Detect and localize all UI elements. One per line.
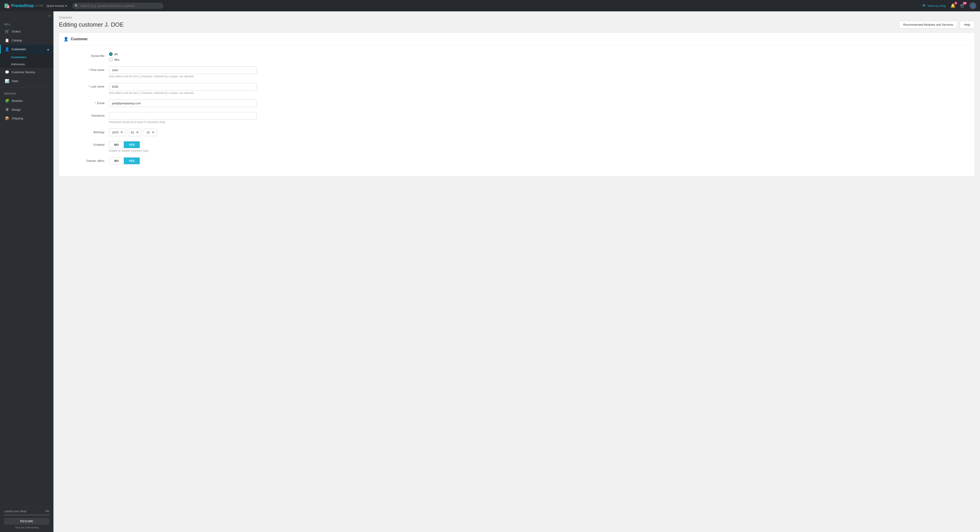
sidebar-sub-item-addresses[interactable]: Addresses <box>0 61 54 68</box>
sidebar: « SELL 🛒 Orders 📋 Catalog 👤 Customers ▲ … <box>0 11 54 185</box>
enabled-toggle: NO YES <box>109 141 140 148</box>
recommended-modules-button[interactable]: Recommended Modules and Services <box>899 21 958 29</box>
quick-access-label: Quick Access <box>47 4 64 8</box>
sidebar-sub-item-customers[interactable]: Customers <box>0 54 54 61</box>
firstname-input[interactable] <box>109 67 257 74</box>
lastname-help: Only letters and the dot (.) character, … <box>109 91 257 95</box>
radio-mrs-label: Mrs. <box>115 58 120 61</box>
customer-form-card: 👤 Customer Social title Mr. <box>59 33 975 176</box>
logo: 🛍️ PrestaShop 1.7.7.5 <box>4 3 43 9</box>
radio-mrs-input[interactable] <box>109 58 113 61</box>
user-avatar[interactable]: 👤 <box>969 2 976 9</box>
partner-offers-label: Partner offers <box>64 157 109 162</box>
social-title-label: Social title <box>64 52 109 57</box>
birthday-selects: 1970 1969 1968 1971 1972 01 02 03 04 <box>109 129 257 136</box>
page-title: Editing customer J. DOE <box>59 21 124 28</box>
search-input[interactable] <box>72 3 163 9</box>
partner-offers-group: Partner offers NO YES <box>64 157 970 164</box>
radio-mrs[interactable]: Mrs. <box>109 58 257 61</box>
birthday-year-select[interactable]: 1970 1969 1968 1971 1972 <box>109 129 126 136</box>
card-header-title: Customer <box>71 37 88 41</box>
card-body: Social title Mr. Mrs. <box>59 46 975 176</box>
search-icon: 🔍 <box>75 4 78 8</box>
password-label-text: Password <box>91 114 104 117</box>
orders-icon: 🛒 <box>5 29 10 33</box>
topnav: 🛍️ PrestaShop 1.7.7.5 Quick Access ▾ 🔍 👁… <box>0 0 980 11</box>
enabled-group: Enabled NO YES Enable or disable custome… <box>64 141 970 152</box>
sidebar-item-catalog[interactable]: 📋 Catalog <box>0 36 54 45</box>
sidebar-collapse: « <box>0 11 54 20</box>
lastname-control: Only letters and the dot (.) character, … <box>109 83 257 95</box>
sidebar-item-orders[interactable]: 🛒 Orders <box>0 27 54 36</box>
sidebar-item-modules[interactable]: 🧩 Modules <box>0 96 54 105</box>
radio-mr[interactable]: Mr. <box>109 52 257 56</box>
topnav-right: 👁 View my shop 🔔 7 🛒 13 👤 <box>922 2 976 9</box>
quick-access-button[interactable]: Quick Access ▾ <box>47 4 67 8</box>
birthday-day-select[interactable]: 15 01 02 03 04 <box>143 129 157 136</box>
layout: « SELL 🛒 Orders 📋 Catalog 👤 Customers ▲ … <box>0 11 980 185</box>
catalog-icon: 📋 <box>5 38 10 43</box>
chevron-down-icon: ▾ <box>65 4 67 8</box>
cart-button[interactable]: 🛒 13 <box>960 3 965 8</box>
collapse-button[interactable]: « <box>48 14 50 18</box>
sidebar-item-label: Stats <box>11 79 18 83</box>
sidebar-item-label: Catalog <box>11 39 22 42</box>
help-button[interactable]: Help <box>960 21 975 29</box>
sidebar-item-shipping[interactable]: 📦 Shipping <box>0 114 54 123</box>
password-label: Password <box>64 112 109 117</box>
birthday-group: Birthday 1970 1969 1968 1971 1972 <box>64 129 970 136</box>
partner-offers-toggle: NO YES <box>109 157 140 164</box>
notifications-button[interactable]: 🔔 7 <box>950 3 955 8</box>
app-version: 1.7.7.5 <box>35 4 43 7</box>
firstname-label-text: First name <box>91 68 104 71</box>
email-label-text: Email <box>97 102 104 105</box>
card-header: 👤 Customer <box>59 33 975 46</box>
breadcrumb: Customers <box>59 16 975 19</box>
lastname-input[interactable] <box>109 83 257 91</box>
view-shop-label: View my shop <box>928 4 946 8</box>
enabled-yes-button[interactable]: YES <box>124 141 140 148</box>
email-required-star: * <box>95 102 96 105</box>
enabled-control: NO YES Enable or disable customer login. <box>109 141 257 152</box>
birthday-control: 1970 1969 1968 1971 1972 01 02 03 04 <box>109 129 257 136</box>
password-group: Password Password should be at least 5 c… <box>64 112 970 124</box>
modules-icon: 🧩 <box>5 98 10 103</box>
sidebar-item-label: Customers <box>11 48 26 51</box>
password-input[interactable] <box>109 112 257 119</box>
radio-mr-label: Mr. <box>115 52 119 56</box>
sidebar-item-stats[interactable]: 📊 Stats <box>0 76 54 86</box>
password-control: Password should be at least 5 characters… <box>109 112 257 124</box>
birthday-label: Birthday <box>64 129 109 134</box>
enabled-label: Enabled <box>64 141 109 146</box>
page-header: Editing customer J. DOE Recommended Modu… <box>59 21 975 29</box>
email-group: * Email <box>64 100 970 107</box>
partner-no-button[interactable]: NO <box>109 157 124 164</box>
radio-mr-input[interactable] <box>109 52 113 56</box>
sidebar-item-design[interactable]: 🖥 Design <box>0 105 54 114</box>
sidebar-item-label: Orders <box>11 30 21 33</box>
enabled-label-text: Enabled <box>94 143 104 146</box>
customers-icon: 👤 <box>5 47 10 51</box>
firstname-help: Only letters and the dot (.) character, … <box>109 75 257 78</box>
social-title-group: Social title Mr. Mrs. <box>64 52 970 61</box>
birthday-month-select[interactable]: 01 02 03 04 05 06 07 08 09 10 11 <box>128 129 141 136</box>
sidebar-item-customers[interactable]: 👤 Customers ▲ <box>0 45 54 54</box>
design-icon: 🖥 <box>5 108 10 112</box>
email-label: * Email <box>64 100 109 105</box>
sell-section-label: SELL <box>0 20 54 27</box>
password-help: Password should be at least 5 characters… <box>109 121 257 124</box>
partner-offers-label-text: Partner offers <box>86 159 104 162</box>
view-shop-button[interactable]: 👁 View my shop <box>922 3 946 8</box>
email-input[interactable] <box>109 100 257 107</box>
sidebar-item-customer-service[interactable]: 💬 Customer Service <box>0 68 54 76</box>
partner-yes-button[interactable]: YES <box>124 157 140 164</box>
enabled-no-button[interactable]: NO <box>109 141 124 148</box>
enabled-help: Enable or disable customer login. <box>109 149 257 152</box>
firstname-label: * First name <box>64 67 109 71</box>
firstname-required-star: * <box>88 68 89 71</box>
search-bar: 🔍 <box>72 3 163 9</box>
chevron-up-icon: ▲ <box>47 48 49 51</box>
social-title-radio-group: Mr. Mrs. <box>109 52 257 61</box>
page-actions: Recommended Modules and Services Help <box>899 21 975 29</box>
customer-header-icon: 👤 <box>64 37 68 41</box>
